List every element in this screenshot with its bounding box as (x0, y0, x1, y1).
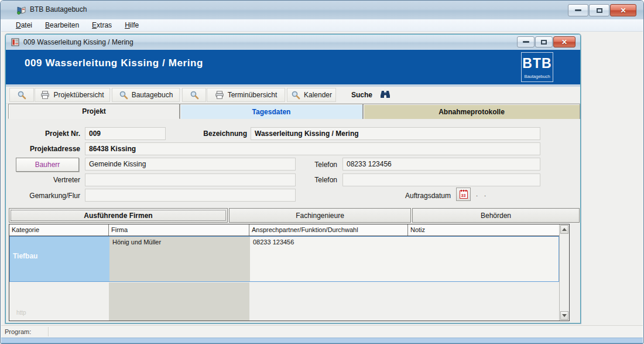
col-ansprechpartner[interactable]: Ansprechpartner/Funktion/Durchwahl (249, 224, 408, 236)
menu-hilfe[interactable]: Hilfe (119, 20, 144, 30)
projektadresse-field[interactable]: 86438 Kissing (85, 142, 540, 155)
doc-minimize-icon (523, 41, 529, 43)
window-bottom-edge (1, 338, 643, 343)
kalender-label: Kalender (304, 91, 332, 99)
gemarkung-label: Gemarkung/Flur (16, 192, 80, 200)
suche-label: Suche (351, 91, 372, 99)
btb-logo-text: BTB (522, 53, 553, 74)
col-notiz[interactable]: Notiz (408, 224, 559, 236)
subtab-bar: Ausführende Firmen Fachingenieure Behörd… (6, 208, 580, 223)
calendar-icon: 33 (460, 190, 468, 199)
firmen-table: Kategorie Firma Ansprechpartner/Funktion… (9, 224, 570, 321)
telefon1-label: Telefon (302, 161, 337, 169)
minimize-button[interactable] (568, 4, 588, 16)
doc-close-button[interactable]: ✕ (553, 36, 576, 47)
minimize-icon (575, 9, 581, 11)
btb-logo-subtext: Bautagebuch (522, 74, 553, 79)
statusbar-separator (48, 327, 49, 336)
subtab-behoerden-label: Behörden (481, 212, 511, 220)
table-header: Kategorie Firma Ansprechpartner/Funktion… (9, 224, 559, 236)
auftragsdatum-label: Auftragsdatum (392, 192, 451, 200)
tab-tagesdaten[interactable]: Tagesdaten (180, 104, 363, 119)
auftragsdatum-calendar-button[interactable]: 33 (456, 188, 471, 201)
bezeichnung-field[interactable]: Wasserleitung Kissing / Mering (251, 127, 540, 140)
subtab-ausfuehrende-firmen[interactable]: Ausführende Firmen (9, 208, 228, 223)
telefon2-label: Telefon (302, 176, 337, 184)
projektadresse-label: Projektadresse (16, 145, 80, 153)
toolbar: Projektübersicht Bautagebuch (6, 87, 580, 104)
mdi-area: 009 Wasserleitung Kissing / Mering ✕ 009… (1, 32, 643, 325)
subtab-behoerden[interactable]: Behörden (412, 208, 580, 223)
document-icon (11, 38, 19, 46)
scroll-up-button[interactable] (560, 225, 568, 234)
vertical-scrollbar[interactable] (559, 224, 569, 321)
btb-logo: BTB Bautagebuch (521, 52, 553, 82)
subtab-fachingenieure-label: Fachingenieure (296, 212, 344, 220)
tab-bar: Projekt Tagesdaten Abnahmeprotokolle (6, 104, 580, 119)
project-window: 009 Wasserleitung Kissing / Mering ✕ 009… (5, 34, 581, 323)
tab-abnahmeprotokolle[interactable]: Abnahmeprotokolle (363, 104, 580, 119)
doc-close-icon: ✕ (561, 39, 567, 46)
vertreter-label: Vertreter (16, 176, 80, 184)
gemarkung-field[interactable] (85, 189, 296, 202)
table-row[interactable]: Tiefbau Hönig und Müller 08233 123456 (9, 236, 559, 282)
close-icon: ✕ (620, 7, 626, 14)
vertreter-field[interactable] (85, 173, 296, 186)
auftragsdatum-value[interactable]: . . (476, 190, 488, 197)
tab-projekt[interactable]: Projekt (8, 104, 180, 119)
close-button[interactable]: ✕ (610, 4, 636, 16)
subtab-fachingenieure[interactable]: Fachingenieure (229, 208, 411, 223)
tab-abnahmeprotokolle-label: Abnahmeprotokolle (439, 108, 505, 116)
cell-ansprechpartner[interactable]: 08233 123456 (250, 237, 409, 281)
project-form: Projekt Nr. 009 Bezeichnung Wasserleitun… (6, 119, 580, 208)
telefon1-field[interactable]: 08233 123456 (342, 158, 540, 171)
doc-restore-icon (541, 40, 547, 45)
menu-extras[interactable]: Extras (87, 20, 117, 30)
arrow-down-icon (562, 314, 567, 317)
bezeichnung-label: Bezeichnung (189, 130, 247, 138)
tab-tagesdaten-label: Tagesdaten (252, 108, 291, 116)
projektuebersicht-label: Projektübersicht (53, 91, 104, 99)
project-window-title: 009 Wasserleitung Kissing / Mering (23, 38, 133, 46)
projektuebersicht-preview-button[interactable] (9, 88, 34, 102)
terminuebersicht-preview-button[interactable] (182, 88, 206, 102)
doc-minimize-button[interactable] (517, 36, 535, 47)
arrow-up-icon (562, 228, 567, 231)
table-row-empty[interactable] (9, 282, 559, 321)
magnifier-icon (119, 90, 128, 100)
printer-icon (215, 90, 224, 100)
printer-icon (40, 90, 50, 100)
project-window-titlebar[interactable]: 009 Wasserleitung Kissing / Mering ✕ (6, 35, 580, 50)
bautagebuch-button[interactable]: Bautagebuch (112, 88, 180, 102)
doc-restore-button[interactable] (535, 36, 553, 47)
magnifier-icon (291, 90, 300, 100)
table-watermark: http (16, 309, 26, 316)
menu-bearbeiten[interactable]: Bearbeiten (40, 20, 84, 30)
menubar: Datei Bearbeiten Extras Hilfe (1, 19, 643, 32)
bauherr-button[interactable]: Bauherr (16, 158, 79, 172)
cell-kategorie[interactable]: Tiefbau (10, 237, 109, 281)
terminuebersicht-button[interactable]: Terminübersicht (207, 88, 285, 102)
search-binoculars-icon[interactable] (379, 90, 391, 99)
cell-notiz[interactable] (409, 237, 559, 281)
col-kategorie[interactable]: Kategorie (9, 224, 109, 236)
maximize-button[interactable] (589, 4, 609, 16)
project-header: 009 Wasserleitung Kissing / Mering BTB B… (6, 50, 580, 84)
kalender-button[interactable]: Kalender (287, 88, 336, 102)
scroll-down-button[interactable] (560, 311, 568, 320)
magnifier-icon (190, 90, 199, 100)
window-title: BTB Bautagebuch (30, 5, 87, 13)
projekt-nr-label: Projekt Nr. (16, 130, 80, 138)
tab-projekt-label: Projekt (82, 107, 106, 115)
projekt-nr-field[interactable]: 009 (85, 127, 166, 140)
menu-datei[interactable]: Datei (11, 20, 37, 30)
projektuebersicht-button[interactable]: Projektübersicht (35, 88, 110, 102)
bauherr-field[interactable]: Gemeinde Kissing (85, 158, 296, 171)
col-firma[interactable]: Firma (109, 224, 249, 236)
titlebar[interactable]: BTB Bautagebuch ✕ (1, 1, 643, 19)
maximize-icon (597, 8, 602, 13)
cell-firma[interactable]: Hönig und Müller (109, 237, 250, 281)
statusbar: Program: (1, 325, 643, 338)
telefon2-field[interactable] (342, 173, 540, 186)
main-window: BTB Bautagebuch ✕ Datei Bearbeiten Extra… (0, 0, 644, 344)
